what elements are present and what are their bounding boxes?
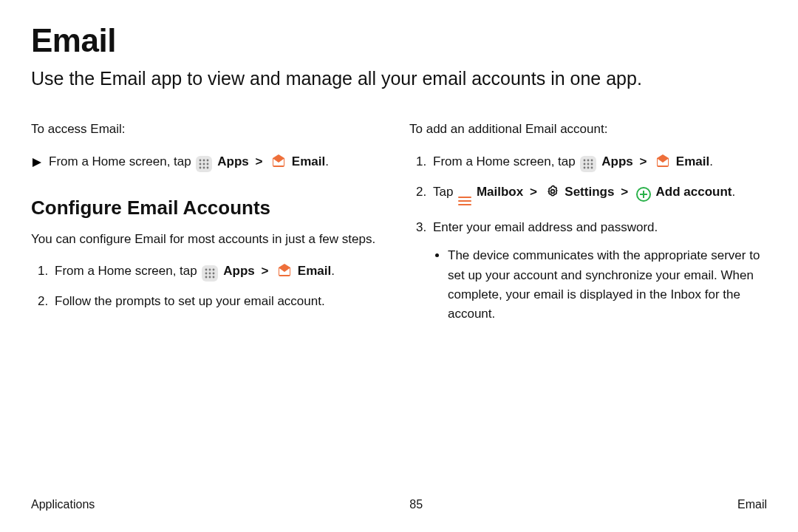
add-account-icon: [636, 187, 651, 202]
svg-point-5: [207, 163, 209, 166]
svg-point-20: [591, 160, 593, 162]
access-step: From a Home screen, tap Apps > Email.: [31, 152, 389, 172]
add-account-label: Add account: [656, 185, 732, 199]
access-step-text: From a Home screen, tap Apps > Email.: [49, 152, 329, 172]
page: Email Use the Email app to view and mana…: [0, 0, 798, 532]
configure-steps: From a Home screen, tap Apps > Email.: [31, 262, 389, 311]
email-label: Email: [298, 264, 331, 278]
svg-point-10: [209, 268, 211, 270]
access-label: To access Email:: [31, 120, 389, 139]
settings-label: Settings: [565, 185, 614, 199]
svg-point-16: [209, 276, 211, 278]
configure-heading: Configure Email Accounts: [31, 193, 389, 222]
svg-point-25: [587, 167, 590, 169]
email-icon: [655, 153, 671, 169]
svg-point-22: [587, 163, 590, 166]
configure-body: You can configure Email for most account…: [31, 230, 389, 249]
page-title: Email: [31, 22, 767, 59]
svg-point-18: [584, 160, 586, 162]
svg-point-27: [550, 190, 554, 194]
apps-label: Apps: [223, 264, 255, 278]
svg-point-8: [207, 167, 209, 169]
svg-point-19: [587, 160, 590, 162]
apps-icon: [202, 265, 218, 282]
svg-point-9: [205, 268, 208, 270]
add-step-3: Enter your email address and password. T…: [430, 218, 767, 324]
add-step-1: From a Home screen, tap Apps > Email.: [430, 152, 767, 172]
add-steps: From a Home screen, tap Apps > Email.: [409, 152, 767, 324]
svg-point-3: [200, 163, 202, 166]
configure-step-1: From a Home screen, tap Apps > Email.: [52, 262, 389, 282]
svg-point-7: [203, 167, 205, 169]
footer: Applications 85 Email: [31, 498, 767, 511]
mailbox-label: Mailbox: [477, 185, 523, 199]
apps-label: Apps: [601, 154, 633, 168]
email-icon: [276, 262, 293, 279]
settings-icon: [545, 184, 560, 199]
svg-point-21: [584, 163, 586, 166]
svg-point-12: [205, 272, 208, 274]
add-step-3-sub: The device communicates with the appropr…: [448, 246, 767, 324]
add-label: To add an additional Email account:: [409, 120, 767, 139]
columns: To access Email: From a Home screen, tap…: [31, 120, 767, 335]
apps-label: Apps: [217, 154, 249, 168]
lead-text: Use the Email app to view and manage all…: [31, 66, 767, 92]
apps-icon: [196, 156, 212, 172]
svg-point-24: [584, 167, 586, 169]
mailbox-icon: [458, 194, 471, 208]
footer-page-number: 85: [409, 498, 423, 511]
triangle-bullet-icon: [33, 158, 41, 167]
footer-left: Applications: [31, 498, 95, 511]
add-step-3-sublist: The device communicates with the appropr…: [433, 246, 767, 324]
svg-point-2: [207, 160, 209, 162]
apps-icon: [580, 156, 596, 172]
svg-point-26: [591, 167, 593, 169]
svg-point-14: [213, 272, 215, 274]
configure-step-2: Follow the prompts to set up your email …: [52, 292, 389, 311]
email-label: Email: [292, 154, 325, 168]
svg-point-4: [203, 163, 205, 166]
svg-point-0: [200, 160, 202, 162]
left-column: To access Email: From a Home screen, tap…: [31, 120, 389, 335]
add-step-2: Tap Mailbox > Settings > Add account.: [430, 183, 767, 208]
svg-point-6: [200, 167, 202, 169]
right-column: To add an additional Email account: From…: [409, 120, 767, 335]
svg-point-13: [209, 272, 211, 274]
footer-right: Email: [737, 498, 767, 511]
svg-point-17: [213, 276, 215, 278]
email-icon: [270, 153, 287, 169]
svg-point-11: [213, 268, 215, 270]
svg-point-1: [203, 160, 205, 162]
svg-point-23: [591, 163, 593, 166]
svg-point-15: [205, 276, 208, 278]
email-label: Email: [676, 154, 709, 168]
